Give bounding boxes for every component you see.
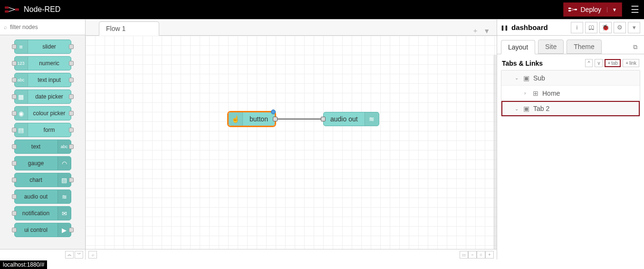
palette-footer: ︽ ︾ <box>0 249 85 259</box>
palette-node-colour-picker[interactable]: ◉colour picker <box>14 106 71 120</box>
svg-rect-4 <box>568 10 571 11</box>
palette-node-audio-out[interactable]: audio out≋ <box>14 189 71 204</box>
palette-node-gauge[interactable]: gauge◠ <box>14 156 71 170</box>
dashboard-icon: ⫿⫿ <box>501 23 509 31</box>
palette-collapse-button[interactable]: ︽ <box>65 251 74 259</box>
audio-icon: ≋ <box>58 190 71 203</box>
palette-node-numeric[interactable]: 123numeric <box>14 56 71 70</box>
numeric-icon: 123 <box>15 57 28 70</box>
tab-flow-1[interactable]: Flow 1 <box>99 21 159 36</box>
tree-row-sub[interactable]: ⌄ ▣ Sub <box>501 70 640 86</box>
open-dashboard-button[interactable]: ⧉ <box>630 40 640 54</box>
deploy-icon <box>568 6 577 13</box>
palette-icon: ◉ <box>15 107 28 120</box>
palette-node-form[interactable]: ▤form <box>14 123 71 137</box>
palette-node-date-picker[interactable]: ▦date picker <box>14 90 71 104</box>
dashboard-tabs: Layout Site Theme ⧉ <box>497 36 644 54</box>
flow-canvas[interactable]: ☝ button audio out ≋ <box>86 36 497 249</box>
dashboard-tab-theme[interactable]: Theme <box>567 40 602 54</box>
calendar-icon: ▦ <box>15 90 28 103</box>
slider-icon: ≡ <box>15 40 28 53</box>
svg-rect-2 <box>15 9 19 11</box>
add-tab-button-sidebar[interactable]: + tab <box>605 59 621 67</box>
app-logo: Node-RED <box>5 5 60 14</box>
deploy-label: Deploy <box>581 6 602 13</box>
tabs-tree: ⌄ ▣ Sub › ⊞ Home ⌄ ▣ Tab 2 <box>501 70 640 117</box>
svg-rect-3 <box>568 8 571 9</box>
sidebar-help-button[interactable]: 🕮 <box>585 22 597 33</box>
svg-rect-5 <box>574 9 577 10</box>
node-red-logo-icon <box>5 5 19 14</box>
audio-icon: ≋ <box>365 112 379 126</box>
browser-address: localhost:1880/# <box>0 260 47 269</box>
workspace-tabs: Flow 1 ＋ ▼ <box>86 20 497 36</box>
workspace: Flow 1 ＋ ▼ ☝ button audio out ≋ <box>86 20 497 259</box>
palette-node-ui-control[interactable]: ui control▶ <box>14 223 71 237</box>
app-name: Node-RED <box>24 5 60 14</box>
canvas-footer: ⌕ ⚏ − ○ + <box>86 249 497 259</box>
dashboard-tab-site[interactable]: Site <box>538 40 564 54</box>
chevron-down-icon: ⌄ <box>515 75 519 80</box>
palette-node-notification[interactable]: notification✉ <box>14 206 71 220</box>
sidebar-info-button[interactable]: i <box>571 22 583 33</box>
palette-node-slider[interactable]: ≡slider <box>14 40 71 54</box>
tabs-links-header: Tabs & Links ^ v + tab + link <box>497 54 644 70</box>
flow-node-audio-out[interactable]: audio out ≋ <box>323 112 379 126</box>
sidebar-header: ⫿⫿ dashboard i 🕮 🐞 ⚙ ▾ <box>497 20 644 36</box>
tab-menu-button[interactable]: ▼ <box>483 27 490 35</box>
zoom-out-button[interactable]: − <box>468 251 477 259</box>
deploy-dropdown-icon[interactable]: ▼ <box>607 7 617 12</box>
move-down-button[interactable]: v <box>595 59 603 67</box>
palette-node-list: ≡slider 123numeric abctext input ▦date p… <box>0 35 85 249</box>
palette-panel: ⌕ ≡slider 123numeric abctext input ▦date… <box>0 20 86 259</box>
sidebar-title: ⫿⫿ dashboard <box>501 23 548 31</box>
gauge-icon: ◠ <box>58 157 71 170</box>
add-link-button[interactable]: + link <box>623 59 639 67</box>
tab-icon: ▣ <box>523 105 529 112</box>
app-header: Node-RED Deploy ▼ ☰ <box>0 0 644 19</box>
tree-row-tab2[interactable]: ⌄ ▣ Tab 2 <box>501 101 640 116</box>
canvas-navigator-button[interactable]: ⚏ <box>460 251 468 259</box>
sidebar-config-button[interactable]: ⚙ <box>614 22 626 33</box>
node-input-port[interactable] <box>321 117 326 121</box>
sidebar-debug-button[interactable]: 🐞 <box>599 22 612 33</box>
palette-node-text[interactable]: textabc <box>14 139 71 154</box>
deploy-button[interactable]: Deploy ▼ <box>563 2 623 17</box>
node-output-port[interactable] <box>273 117 278 121</box>
chevron-down-icon: ⌄ <box>515 106 519 111</box>
canvas-scrollbar[interactable] <box>493 55 497 249</box>
sidebar-menu-button[interactable]: ▾ <box>628 22 640 33</box>
zoom-in-button[interactable]: + <box>485 251 494 259</box>
palette-filter[interactable]: ⌕ <box>0 20 85 35</box>
palette-node-text-input[interactable]: abctext input <box>14 73 71 87</box>
search-icon: ⌕ <box>4 24 7 30</box>
mail-icon: ✉ <box>58 207 71 220</box>
chevron-right-icon: › <box>524 90 529 96</box>
svg-rect-1 <box>5 10 9 13</box>
main-menu-button[interactable]: ☰ <box>631 4 639 15</box>
add-tab-button[interactable]: ＋ <box>472 27 479 35</box>
svg-rect-0 <box>5 6 9 9</box>
group-icon: ⊞ <box>533 90 538 97</box>
flow-node-button[interactable]: ☝ button <box>228 112 275 126</box>
statusbar: localhost:1880/# <box>0 259 644 269</box>
palette-expand-button[interactable]: ︾ <box>75 251 83 259</box>
button-icon: ☝ <box>229 112 243 126</box>
tree-row-home[interactable]: › ⊞ Home <box>501 86 640 101</box>
canvas-search-button[interactable]: ⌕ <box>88 251 97 259</box>
palette-filter-input[interactable] <box>10 24 81 30</box>
dashboard-tab-layout[interactable]: Layout <box>501 40 535 54</box>
palette-node-chart[interactable]: chart▧ <box>14 173 71 187</box>
tab-icon: ▣ <box>523 74 529 82</box>
form-icon: ▤ <box>15 123 28 137</box>
node-changed-indicator <box>271 110 276 114</box>
sidebar-panel: ⫿⫿ dashboard i 🕮 🐞 ⚙ ▾ Layout Site Theme… <box>497 20 644 259</box>
zoom-reset-button[interactable]: ○ <box>477 251 485 259</box>
text-input-icon: abc <box>15 73 28 87</box>
move-up-button[interactable]: ^ <box>585 59 593 67</box>
